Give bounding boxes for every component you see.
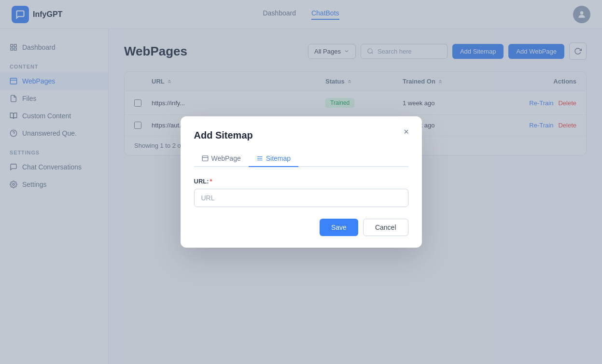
modal-close-button[interactable]: × xyxy=(400,125,413,139)
modal-tab-sitemap[interactable]: Sitemap xyxy=(249,151,298,167)
save-button[interactable]: Save xyxy=(320,219,358,236)
modal-title: Add Sitemap xyxy=(194,130,408,141)
modal-actions: Save Cancel xyxy=(194,219,408,236)
svg-rect-12 xyxy=(202,156,208,161)
required-marker: * xyxy=(210,178,212,185)
tab-sitemap-label: Sitemap xyxy=(266,154,291,162)
webpage-tab-icon xyxy=(202,155,209,162)
url-input[interactable] xyxy=(194,189,408,207)
modal-tab-webpage[interactable]: WebPage xyxy=(194,151,249,167)
add-sitemap-modal: Add Sitemap × WebPage Sitemap URL: * Sav… xyxy=(181,116,422,248)
sitemap-tab-icon xyxy=(256,155,263,162)
modal-overlay: Add Sitemap × WebPage Sitemap URL: * Sav… xyxy=(0,0,602,364)
modal-tabs: WebPage Sitemap xyxy=(194,151,408,167)
cancel-button[interactable]: Cancel xyxy=(363,219,408,236)
url-form-label: URL: * xyxy=(194,178,408,185)
tab-webpage-label: WebPage xyxy=(211,154,241,162)
